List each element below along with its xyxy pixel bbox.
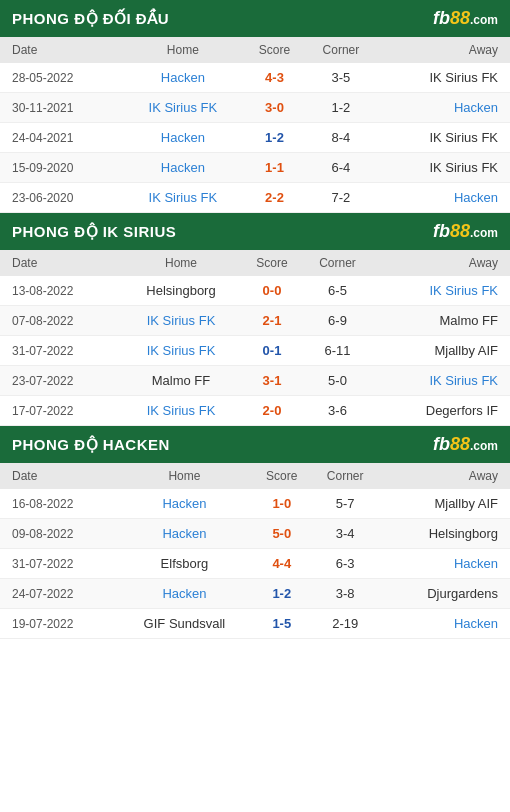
cell-away: Helsingborg bbox=[379, 519, 510, 549]
cell-score: 1-1 bbox=[243, 153, 305, 183]
cell-home[interactable]: Hacken bbox=[122, 63, 243, 93]
fb88-logo: fb88.com bbox=[433, 434, 498, 455]
table-row: 24-07-2022Hacken1-23-8Djurgardens bbox=[0, 579, 510, 609]
table-row: 13-08-2022Helsingborg0-06-5IK Sirius FK bbox=[0, 276, 510, 306]
cell-away: Mjallby AIF bbox=[379, 489, 510, 519]
cell-home[interactable]: IK Sirius FK bbox=[122, 183, 243, 213]
cell-home[interactable]: Hacken bbox=[117, 579, 252, 609]
cell-home[interactable]: Hacken bbox=[122, 153, 243, 183]
cell-corner: 6-3 bbox=[311, 549, 378, 579]
section-title-doi-dau: PHONG ĐỘ ĐỐI ĐẦU bbox=[12, 10, 169, 28]
col-header-date: Date bbox=[0, 37, 122, 63]
col-header-date: Date bbox=[0, 250, 121, 276]
cell-away[interactable]: Hacken bbox=[376, 183, 510, 213]
cell-date: 13-08-2022 bbox=[0, 276, 121, 306]
cell-corner: 5-0 bbox=[303, 366, 373, 396]
section-header-hacken: PHONG ĐỘ HACKEN fb88.com bbox=[0, 426, 510, 463]
cell-date: 24-04-2021 bbox=[0, 123, 122, 153]
cell-corner: 6-4 bbox=[306, 153, 377, 183]
cell-corner: 8-4 bbox=[306, 123, 377, 153]
cell-corner: 2-19 bbox=[311, 609, 378, 639]
col-header-score: Score bbox=[241, 250, 302, 276]
cell-score: 5-0 bbox=[252, 519, 311, 549]
cell-home[interactable]: Hacken bbox=[117, 489, 252, 519]
table-row: 28-05-2022Hacken4-33-5IK Sirius FK bbox=[0, 63, 510, 93]
fb88-logo: fb88.com bbox=[433, 8, 498, 29]
cell-score: 0-0 bbox=[241, 276, 302, 306]
table-row: 07-08-2022IK Sirius FK2-16-9Malmo FF bbox=[0, 306, 510, 336]
cell-away: IK Sirius FK bbox=[376, 123, 510, 153]
col-header-home: Home bbox=[122, 37, 243, 63]
col-header-corner: Corner bbox=[303, 250, 373, 276]
cell-corner: 3-6 bbox=[303, 396, 373, 426]
table-row: 31-07-2022Elfsborg4-46-3Hacken bbox=[0, 549, 510, 579]
cell-corner: 6-9 bbox=[303, 306, 373, 336]
cell-home: Helsingborg bbox=[121, 276, 242, 306]
section-header-doi-dau: PHONG ĐỘ ĐỐI ĐẦU fb88.com bbox=[0, 0, 510, 37]
cell-score: 2-2 bbox=[243, 183, 305, 213]
cell-away[interactable]: Hacken bbox=[376, 93, 510, 123]
col-header-away: Away bbox=[376, 37, 510, 63]
col-header-home: Home bbox=[117, 463, 252, 489]
cell-score: 1-0 bbox=[252, 489, 311, 519]
cell-away[interactable]: Hacken bbox=[379, 609, 510, 639]
cell-date: 19-07-2022 bbox=[0, 609, 117, 639]
col-header-away: Away bbox=[379, 463, 510, 489]
col-header-date: Date bbox=[0, 463, 117, 489]
table-row: 16-08-2022Hacken1-05-7Mjallby AIF bbox=[0, 489, 510, 519]
cell-away: IK Sirius FK bbox=[376, 63, 510, 93]
table-row: 23-06-2020IK Sirius FK2-27-2Hacken bbox=[0, 183, 510, 213]
cell-date: 23-07-2022 bbox=[0, 366, 121, 396]
cell-corner: 6-11 bbox=[303, 336, 373, 366]
cell-score: 2-1 bbox=[241, 306, 302, 336]
cell-home[interactable]: IK Sirius FK bbox=[122, 93, 243, 123]
cell-date: 15-09-2020 bbox=[0, 153, 122, 183]
cell-home[interactable]: Hacken bbox=[122, 123, 243, 153]
col-header-away: Away bbox=[372, 250, 510, 276]
cell-score: 4-3 bbox=[243, 63, 305, 93]
section-title-ik-sirius: PHONG ĐỘ IK SIRIUS bbox=[12, 223, 176, 241]
cell-corner: 3-5 bbox=[306, 63, 377, 93]
cell-date: 23-06-2020 bbox=[0, 183, 122, 213]
table-row: 24-04-2021Hacken1-28-4IK Sirius FK bbox=[0, 123, 510, 153]
cell-corner: 6-5 bbox=[303, 276, 373, 306]
cell-corner: 5-7 bbox=[311, 489, 378, 519]
cell-home: Elfsborg bbox=[117, 549, 252, 579]
fb88-logo: fb88.com bbox=[433, 221, 498, 242]
col-header-corner: Corner bbox=[311, 463, 378, 489]
cell-corner: 3-8 bbox=[311, 579, 378, 609]
cell-date: 30-11-2021 bbox=[0, 93, 122, 123]
table-row: 17-07-2022IK Sirius FK2-03-6Degerfors IF bbox=[0, 396, 510, 426]
cell-corner: 3-4 bbox=[311, 519, 378, 549]
table-row: 23-07-2022Malmo FF3-15-0IK Sirius FK bbox=[0, 366, 510, 396]
table-row: 09-08-2022Hacken5-03-4Helsingborg bbox=[0, 519, 510, 549]
cell-date: 17-07-2022 bbox=[0, 396, 121, 426]
table-row: 31-07-2022IK Sirius FK0-16-11Mjallby AIF bbox=[0, 336, 510, 366]
cell-away[interactable]: Hacken bbox=[379, 549, 510, 579]
cell-away[interactable]: IK Sirius FK bbox=[372, 366, 510, 396]
cell-home[interactable]: IK Sirius FK bbox=[121, 396, 242, 426]
col-header-home: Home bbox=[121, 250, 242, 276]
cell-away: Mjallby AIF bbox=[372, 336, 510, 366]
cell-score: 1-5 bbox=[252, 609, 311, 639]
cell-date: 31-07-2022 bbox=[0, 549, 117, 579]
col-header-score: Score bbox=[243, 37, 305, 63]
cell-score: 3-1 bbox=[241, 366, 302, 396]
cell-home[interactable]: Hacken bbox=[117, 519, 252, 549]
cell-home: GIF Sundsvall bbox=[117, 609, 252, 639]
cell-away: Malmo FF bbox=[372, 306, 510, 336]
cell-away: IK Sirius FK bbox=[376, 153, 510, 183]
col-header-corner: Corner bbox=[306, 37, 377, 63]
cell-home[interactable]: IK Sirius FK bbox=[121, 306, 242, 336]
cell-date: 24-07-2022 bbox=[0, 579, 117, 609]
cell-home: Malmo FF bbox=[121, 366, 242, 396]
cell-score: 1-2 bbox=[243, 123, 305, 153]
cell-home[interactable]: IK Sirius FK bbox=[121, 336, 242, 366]
table-row: 30-11-2021IK Sirius FK3-01-2Hacken bbox=[0, 93, 510, 123]
cell-score: 3-0 bbox=[243, 93, 305, 123]
cell-date: 09-08-2022 bbox=[0, 519, 117, 549]
section-title-hacken: PHONG ĐỘ HACKEN bbox=[12, 436, 170, 454]
section-header-ik-sirius: PHONG ĐỘ IK SIRIUS fb88.com bbox=[0, 213, 510, 250]
table-row: 19-07-2022GIF Sundsvall1-52-19Hacken bbox=[0, 609, 510, 639]
cell-away[interactable]: IK Sirius FK bbox=[372, 276, 510, 306]
